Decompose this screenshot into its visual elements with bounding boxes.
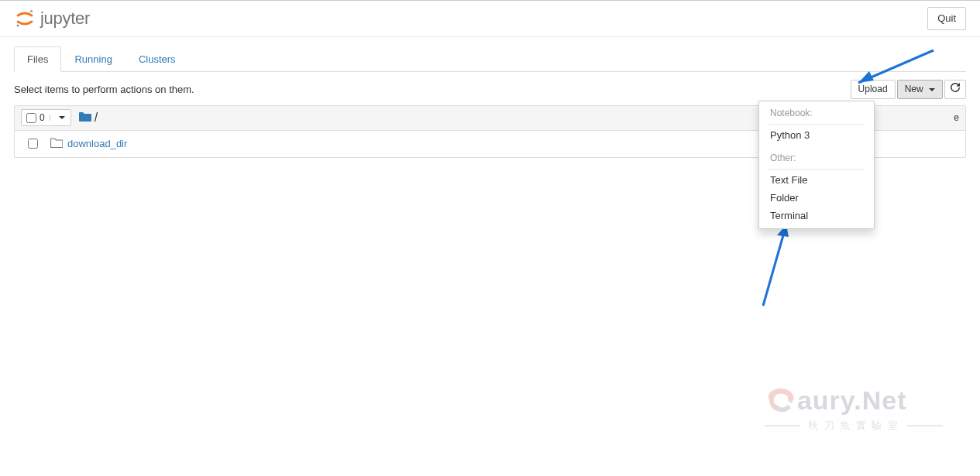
jupyter-logo-icon (14, 8, 36, 29)
caret-down-icon (59, 116, 65, 119)
breadcrumb-root[interactable]: / (95, 111, 98, 125)
folder-outline-icon (50, 138, 63, 150)
new-button[interactable]: New (897, 80, 943, 99)
caret-down-icon (929, 88, 935, 91)
app-header: jupyter Quit (0, 0, 980, 37)
select-all-group: 0 (21, 109, 71, 126)
selected-count: 0 (40, 112, 45, 123)
divider (769, 124, 865, 125)
select-dropdown[interactable] (50, 115, 70, 121)
logo[interactable]: jupyter (14, 8, 90, 29)
refresh-icon (951, 84, 960, 94)
select-all-checkbox[interactable] (26, 113, 36, 123)
logo-text: jupyter (40, 9, 90, 29)
folder-icon[interactable] (79, 111, 91, 124)
dropdown-header-notebook: Notebook: (759, 105, 874, 121)
refresh-button[interactable] (944, 80, 966, 99)
upload-button[interactable]: Upload (851, 80, 896, 99)
tab-clusters[interactable]: Clusters (126, 46, 189, 72)
action-buttons: Upload New (851, 80, 966, 99)
new-dropdown-menu: Notebook: Python 3 Other: Text File Fold… (758, 101, 875, 158)
svg-point-1 (17, 25, 19, 27)
quit-button[interactable]: Quit (927, 7, 966, 30)
tab-running[interactable]: Running (61, 46, 125, 72)
selection-hint: Select items to perform actions on them. (14, 84, 194, 95)
dropdown-item-python3[interactable]: Python 3 (759, 126, 874, 144)
dropdown-header-other: Other: (759, 150, 874, 158)
right-column-partial: e (954, 112, 959, 123)
item-name[interactable]: download_dir (67, 138, 127, 149)
row-checkbox[interactable] (28, 139, 38, 149)
breadcrumb: / (79, 111, 98, 125)
svg-point-0 (30, 10, 33, 12)
tab-files[interactable]: Files (14, 46, 61, 72)
select-all[interactable]: 0 (22, 111, 50, 125)
tabs: Files Running Clusters (14, 46, 966, 72)
new-button-label: New (905, 84, 923, 94)
toolbar: Select items to perform actions on them.… (14, 80, 966, 99)
